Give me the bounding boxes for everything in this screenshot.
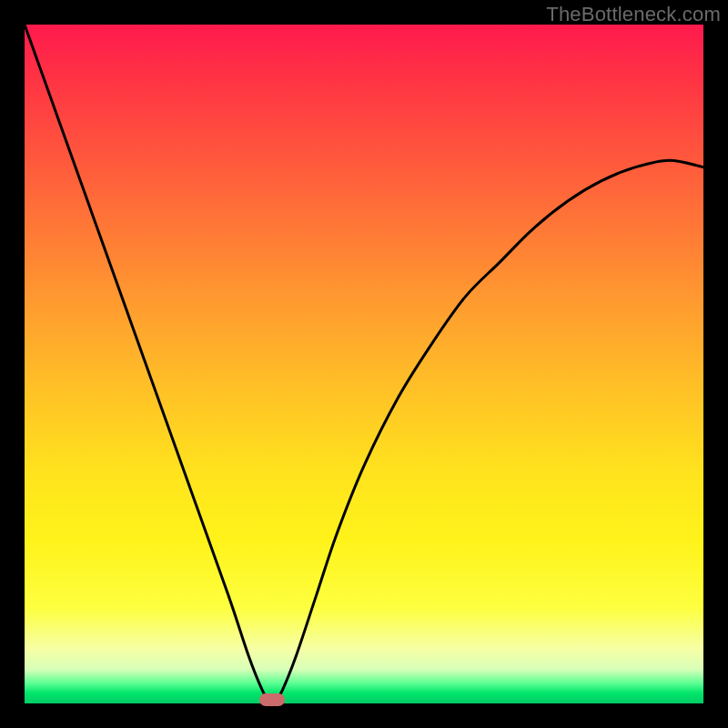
plot-area	[25, 25, 703, 703]
chart-frame: TheBottleneck.com	[0, 0, 728, 728]
curve-path	[25, 25, 703, 702]
optimum-marker	[259, 693, 285, 706]
watermark-text: TheBottleneck.com	[546, 3, 721, 26]
curve-svg	[25, 25, 703, 703]
